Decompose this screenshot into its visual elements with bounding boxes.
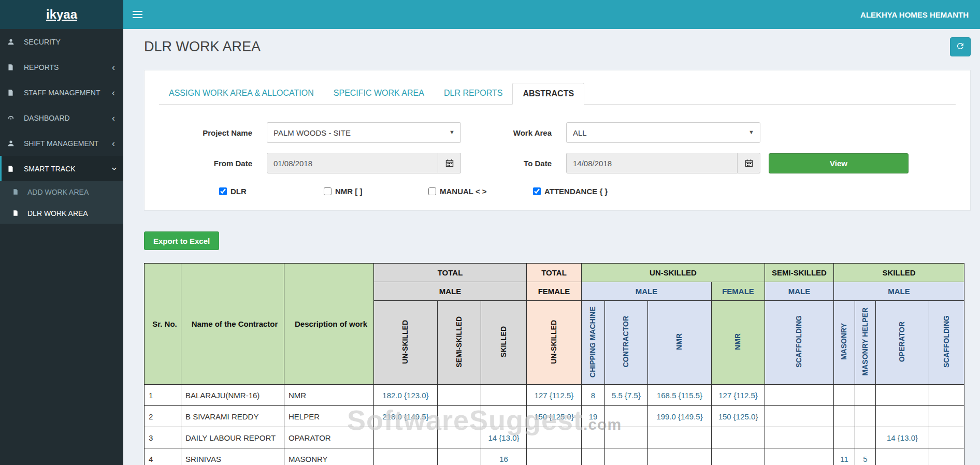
app: ikyaa SECURITY REPORTS ‹ STAFF MANAG: [0, 0, 980, 465]
content: DLR WORK AREA ASSIGN WORK AREA & ALLOCAT…: [123, 29, 980, 465]
tab-dlr-reports[interactable]: DLR REPORTS: [434, 83, 513, 105]
from-date-group: [267, 153, 461, 173]
group-header-total-female: TOTAL: [527, 264, 582, 282]
project-name-select-wrap: PALM WOODS - SITE ▼: [267, 122, 461, 143]
app-logo[interactable]: ikyaa: [0, 0, 123, 29]
user-icon: [7, 38, 20, 46]
sidebar-item-shift-management[interactable]: SHIFT MANAGEMENT ‹: [0, 130, 123, 156]
table-header-row-1: Sr. No. Name of the Contractor Descripti…: [145, 264, 964, 282]
column-header-contractor: CONTRACTOR: [605, 301, 648, 385]
file-icon: [12, 210, 24, 216]
main-area: ALEKHYA HOMES HEMANTH DLR WORK AREA ASSI…: [123, 0, 980, 465]
attendance-checkbox[interactable]: [533, 187, 541, 195]
column-header-nmr-female: NMR: [712, 301, 765, 385]
refresh-icon: [956, 41, 965, 53]
subgroup-header-male: MALE: [374, 282, 527, 301]
user-icon: [7, 140, 20, 147]
abstracts-table-wrap: Sr. No. Name of the Contractor Descripti…: [144, 263, 964, 465]
sidebar-item-label: DASHBOARD: [24, 114, 70, 122]
dlr-checkbox[interactable]: [219, 187, 227, 195]
column-header-sr-no: Sr. No.: [145, 264, 181, 385]
user-menu[interactable]: ALEKHYA HOMES HEMANTH: [860, 10, 980, 19]
column-header-scaffolding-skilled: SCAFFOLDING: [929, 301, 964, 385]
column-header-description: Description of work: [284, 264, 374, 385]
to-date-label: To Date: [461, 159, 552, 168]
from-date-label: From Date: [159, 159, 252, 168]
calendar-icon[interactable]: [438, 153, 461, 173]
sidebar-item-label: SHIFT MANAGEMENT: [24, 139, 98, 148]
sidebar-item-dashboard[interactable]: DASHBOARD ‹: [0, 105, 123, 130]
tab-abstracts[interactable]: ABSTRACTS: [512, 83, 584, 105]
sidebar-subitem-label: DLR WORK AREA: [27, 209, 88, 217]
from-date-input[interactable]: [267, 153, 438, 173]
sidebar-item-label: STAFF MANAGEMENT: [24, 89, 100, 97]
checkbox-label: ATTENDANCE { }: [544, 187, 608, 196]
topbar: ALEKHYA HOMES HEMANTH: [123, 0, 980, 29]
manual-checkbox[interactable]: [428, 187, 436, 195]
filter-row-selects: Project Name PALM WOODS - SITE ▼ Work Ar…: [159, 122, 956, 143]
group-header-skilled: SKILLED: [834, 264, 964, 282]
hamburger-menu-icon[interactable]: [123, 0, 151, 29]
work-area-select[interactable]: ALL: [566, 122, 760, 143]
column-header-masonry-helper: MASONRY HELPER: [855, 301, 876, 385]
chevron-left-icon: ‹: [112, 63, 115, 72]
sidebar-item-smart-track[interactable]: SMART TRACK ‹: [0, 156, 123, 181]
project-name-label: Project Name: [159, 128, 252, 137]
subgroup-header-male: MALE: [582, 282, 712, 301]
sidebar-subitem-dlr-work-area[interactable]: DLR WORK AREA: [0, 202, 123, 224]
gauge-icon: [7, 114, 20, 122]
logo-text: ikyaa: [46, 7, 77, 22]
group-header-semi-skilled: SEMI-SKILLED: [765, 264, 834, 282]
page-header: DLR WORK AREA: [144, 37, 971, 56]
sidebar-item-label: REPORTS: [24, 63, 59, 71]
column-header-semi-skilled: SEMI-SKILLED: [438, 301, 481, 385]
chevron-left-icon: ‹: [112, 113, 115, 123]
calendar-icon[interactable]: [738, 153, 760, 173]
column-header-unskilled: UN-SKILLED: [374, 301, 438, 385]
nmr-checkbox[interactable]: [324, 187, 332, 195]
subgroup-header-female: FEMALE: [712, 282, 765, 301]
column-header-operator: OPERATOR: [876, 301, 929, 385]
group-header-total-male: TOTAL: [374, 264, 527, 282]
filter-row-dates: From Date To Date View: [159, 153, 956, 173]
nmr-checkbox-item[interactable]: NMR [ ]: [324, 187, 428, 196]
sidebar-item-reports[interactable]: REPORTS ‹: [0, 54, 123, 80]
checkbox-label: DLR: [230, 187, 247, 196]
subgroup-header-male: MALE: [765, 282, 834, 301]
sidebar-subitem-add-work-area[interactable]: ADD WORK AREA: [0, 181, 123, 202]
tab-specific-work-area[interactable]: SPECIFIC WORK AREA: [324, 83, 434, 105]
smart-track-submenu: ADD WORK AREA DLR WORK AREA: [0, 181, 123, 224]
work-area-select-wrap: ALL ▼: [566, 122, 760, 143]
table-row: 3 DAILY LABOUR REPORT OPARATOR 14 {13.0}: [145, 427, 964, 448]
sidebar-item-label: SMART TRACK: [24, 165, 76, 173]
attendance-checkbox-item[interactable]: ATTENDANCE { }: [533, 187, 638, 196]
column-header-nmr-male: NMR: [648, 301, 712, 385]
subgroup-header-male: MALE: [834, 282, 964, 301]
export-to-excel-button[interactable]: Export to Excel: [144, 231, 219, 250]
column-header-masonry: MASONRY: [834, 301, 855, 385]
sidebar: ikyaa SECURITY REPORTS ‹ STAFF MANAG: [0, 0, 123, 465]
abstracts-table: Sr. No. Name of the Contractor Descripti…: [144, 263, 964, 465]
project-name-select[interactable]: PALM WOODS - SITE: [267, 122, 461, 143]
view-button[interactable]: View: [769, 153, 909, 173]
table-row: 2 B SIVARAMI REDDY HELPER 218.0 {149.5} …: [145, 406, 964, 427]
group-header-unskilled: UN-SKILLED: [582, 264, 765, 282]
chevron-down-icon: ‹: [109, 167, 118, 170]
column-header-skilled: SKILLED: [481, 301, 527, 385]
manual-checkbox-item[interactable]: MANUAL < >: [428, 187, 533, 196]
chevron-left-icon: ‹: [112, 88, 115, 97]
tab-assign-work-area[interactable]: ASSIGN WORK AREA & ALLOCATION: [159, 83, 324, 105]
page-title: DLR WORK AREA: [144, 39, 261, 55]
dlr-checkbox-item[interactable]: DLR: [219, 187, 324, 196]
to-date-input[interactable]: [566, 153, 738, 173]
table-row: 4 SRINIVAS MASONRY 16 11: [145, 448, 964, 465]
filter-card: ASSIGN WORK AREA & ALLOCATION SPECIFIC W…: [144, 70, 971, 211]
file-icon: [12, 188, 24, 195]
file-icon: [7, 64, 20, 71]
sidebar-item-staff-management[interactable]: STAFF MANAGEMENT ‹: [0, 80, 123, 105]
refresh-button[interactable]: [950, 37, 971, 56]
subgroup-header-female: FEMALE: [527, 282, 582, 301]
tabs: ASSIGN WORK AREA & ALLOCATION SPECIFIC W…: [159, 83, 956, 105]
table-row: 1 BALARAJU(NMR-16) NMR 182.0 {123.0} 127…: [145, 385, 964, 406]
sidebar-item-security[interactable]: SECURITY: [0, 29, 123, 54]
